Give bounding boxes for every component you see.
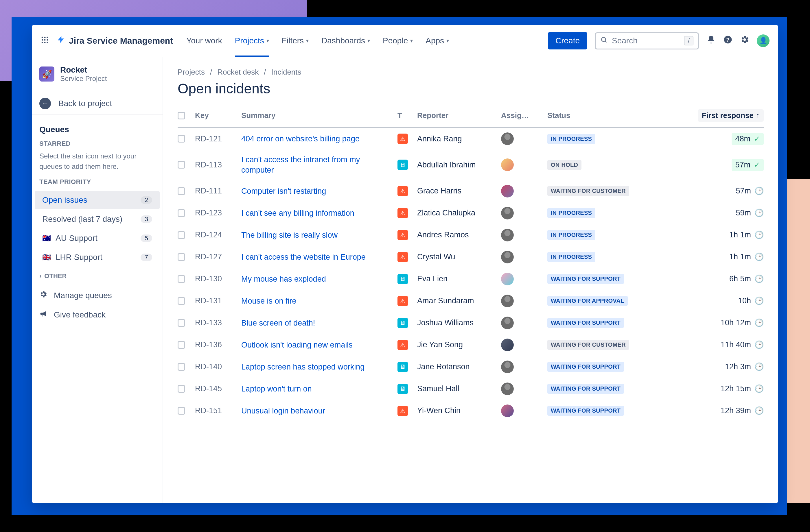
issue-summary[interactable]: I can't see any billing information xyxy=(241,208,398,218)
issue-key[interactable]: RD-151 xyxy=(195,406,241,415)
status-badge[interactable]: IN PROGRESS xyxy=(547,134,595,144)
manage-queues[interactable]: Manage queues xyxy=(32,286,163,305)
issue-key[interactable]: RD-111 xyxy=(195,186,241,196)
col-type[interactable]: T xyxy=(398,111,417,120)
status-badge[interactable]: WAITING FOR SUPPORT xyxy=(547,274,624,284)
row-checkbox[interactable] xyxy=(178,231,185,239)
assignee-avatar[interactable] xyxy=(501,295,514,307)
assignee-avatar[interactable] xyxy=(501,338,514,351)
row-checkbox[interactable] xyxy=(178,209,185,217)
status-badge[interactable]: WAITING FOR SUPPORT xyxy=(547,406,624,416)
issue-summary[interactable]: The billing site is really slow xyxy=(241,230,398,240)
col-assignee[interactable]: Assig… xyxy=(501,111,547,120)
issue-key[interactable]: RD-133 xyxy=(195,318,241,327)
help-icon[interactable]: ? xyxy=(723,35,732,47)
breadcrumb-item[interactable]: Projects xyxy=(178,68,205,77)
status-badge[interactable]: IN PROGRESS xyxy=(547,252,595,262)
give-feedback[interactable]: Give feedback xyxy=(32,305,163,325)
row-checkbox[interactable] xyxy=(178,363,185,371)
col-first-response[interactable]: First response ↑ xyxy=(698,109,764,122)
nav-projects[interactable]: Projects▾ xyxy=(235,25,269,57)
assignee-avatar[interactable] xyxy=(501,229,514,242)
assignee-avatar[interactable] xyxy=(501,251,514,263)
assignee-avatar[interactable] xyxy=(501,273,514,285)
issue-summary[interactable]: Computer isn't restarting xyxy=(241,186,398,196)
app-switcher-icon[interactable] xyxy=(40,36,49,46)
col-status[interactable]: Status xyxy=(547,111,643,120)
product-logo[interactable]: Jira Service Management xyxy=(57,35,173,46)
nav-filters[interactable]: Filters▾ xyxy=(282,25,309,57)
breadcrumb-item[interactable]: Incidents xyxy=(271,68,301,77)
queue-resolved-last-7-days-[interactable]: Resolved (last 7 days)3 xyxy=(35,210,160,229)
issue-key[interactable]: RD-113 xyxy=(195,161,241,169)
queue-open-issues[interactable]: Open issues2 xyxy=(35,191,160,209)
assignee-avatar[interactable] xyxy=(501,361,514,373)
issue-summary[interactable]: 404 error on website's billing page xyxy=(241,134,398,144)
row-checkbox[interactable] xyxy=(178,407,185,415)
status-badge[interactable]: WAITING FOR CUSTOMER xyxy=(547,186,629,196)
queue-lhr-support[interactable]: 🇬🇧LHR Support7 xyxy=(35,248,160,267)
assignee-avatar[interactable] xyxy=(501,207,514,219)
issue-summary[interactable]: Mouse is on fire xyxy=(241,296,398,306)
nav-your-work[interactable]: Your work xyxy=(186,25,222,57)
assignee-avatar[interactable] xyxy=(501,185,514,198)
select-all-checkbox[interactable] xyxy=(178,112,185,119)
issue-summary[interactable]: My mouse has exploded xyxy=(241,274,398,284)
issue-summary[interactable]: Laptop screen has stopped working xyxy=(241,362,398,372)
issue-summary[interactable]: I can't access the website in Europe xyxy=(241,252,398,262)
issue-key[interactable]: RD-127 xyxy=(195,252,241,261)
search-placeholder: Search xyxy=(612,36,637,45)
issue-summary[interactable]: Blue screen of death! xyxy=(241,318,398,328)
status-badge[interactable]: IN PROGRESS xyxy=(547,208,595,218)
row-checkbox[interactable] xyxy=(178,297,185,305)
assignee-avatar[interactable] xyxy=(501,317,514,329)
issue-key[interactable]: RD-124 xyxy=(195,230,241,239)
nav-people[interactable]: People▾ xyxy=(383,25,413,57)
breadcrumb-item[interactable]: Rocket desk xyxy=(217,68,259,77)
create-button[interactable]: Create xyxy=(548,32,587,49)
settings-icon[interactable] xyxy=(740,35,749,47)
issue-key[interactable]: RD-130 xyxy=(195,275,241,283)
issue-summary[interactable]: Unusual login behaviour xyxy=(241,406,398,416)
queue-au-support[interactable]: 🇦🇺AU Support5 xyxy=(35,229,160,248)
status-badge[interactable]: WAITING FOR APPROVAL xyxy=(547,296,628,306)
assignee-avatar[interactable] xyxy=(501,132,514,145)
row-checkbox[interactable] xyxy=(178,385,185,393)
assignee-avatar[interactable] xyxy=(501,404,514,417)
col-summary[interactable]: Summary xyxy=(241,111,398,120)
status-badge[interactable]: IN PROGRESS xyxy=(547,230,595,240)
issue-key[interactable]: RD-136 xyxy=(195,340,241,349)
assignee-avatar[interactable] xyxy=(501,383,514,395)
search-input[interactable]: Search / xyxy=(595,32,699,49)
row-checkbox[interactable] xyxy=(178,161,185,169)
issue-key[interactable]: RD-123 xyxy=(195,209,241,217)
row-checkbox[interactable] xyxy=(178,135,185,143)
row-checkbox[interactable] xyxy=(178,341,185,349)
status-badge[interactable]: WAITING FOR SUPPORT xyxy=(547,318,624,328)
col-key[interactable]: Key xyxy=(195,111,241,120)
other-section-toggle[interactable]: › OTHER xyxy=(32,267,163,286)
issue-summary[interactable]: I can't access the intranet from my comp… xyxy=(241,154,398,176)
back-to-project[interactable]: ← Back to project xyxy=(32,93,163,115)
status-badge[interactable]: WAITING FOR SUPPORT xyxy=(547,362,624,372)
issue-key[interactable]: RD-140 xyxy=(195,362,241,371)
issue-key[interactable]: RD-145 xyxy=(195,384,241,393)
issue-key[interactable]: RD-131 xyxy=(195,296,241,305)
issue-summary[interactable]: Laptop won't turn on xyxy=(241,384,398,394)
row-checkbox[interactable] xyxy=(178,253,185,261)
status-badge[interactable]: WAITING FOR SUPPORT xyxy=(547,384,624,394)
notifications-icon[interactable] xyxy=(707,35,716,47)
project-header[interactable]: 🚀 Rocket Service Project xyxy=(32,65,163,90)
row-checkbox[interactable] xyxy=(178,275,185,283)
row-checkbox[interactable] xyxy=(178,319,185,327)
status-badge[interactable]: WAITING FOR CUSTOMER xyxy=(547,340,629,350)
user-avatar[interactable]: 👤 xyxy=(757,34,770,47)
assignee-avatar[interactable] xyxy=(501,159,514,171)
row-checkbox[interactable] xyxy=(178,187,185,195)
status-badge[interactable]: ON HOLD xyxy=(547,160,581,170)
nav-dashboards[interactable]: Dashboards▾ xyxy=(321,25,370,57)
issue-summary[interactable]: Outlook isn't loading new emails xyxy=(241,340,398,350)
col-reporter[interactable]: Reporter xyxy=(417,111,501,120)
nav-apps[interactable]: Apps▾ xyxy=(425,25,449,57)
issue-key[interactable]: RD-121 xyxy=(195,134,241,144)
